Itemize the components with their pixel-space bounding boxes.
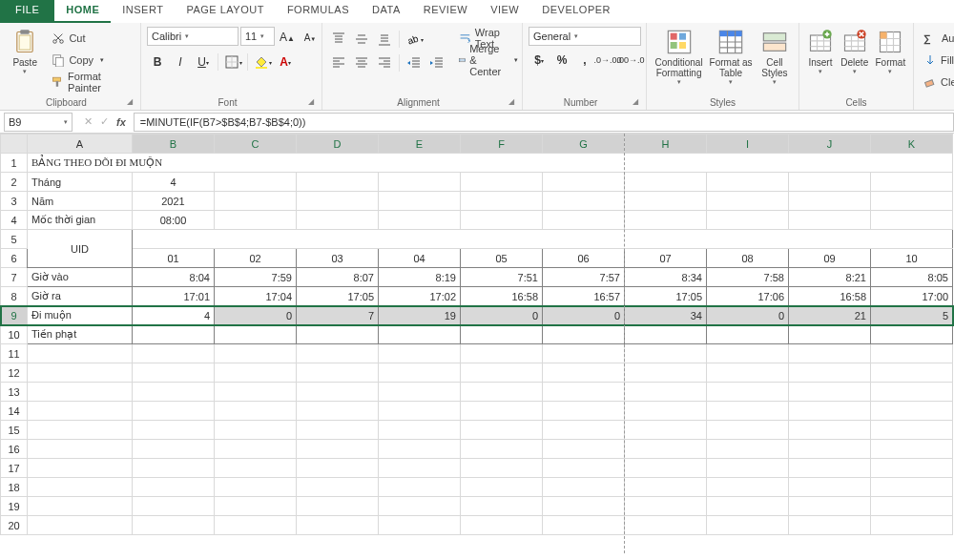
cell[interactable] (215, 497, 297, 516)
cell[interactable] (789, 173, 871, 192)
cell[interactable] (789, 325, 871, 344)
cell[interactable] (789, 402, 871, 421)
font-name-combo[interactable]: Calibri▾ (147, 27, 238, 46)
col-header[interactable]: B (133, 135, 215, 154)
align-right-button[interactable] (374, 52, 395, 73)
italic-button[interactable]: I (170, 52, 191, 73)
cell[interactable] (297, 440, 379, 459)
col-header[interactable]: F (461, 135, 543, 154)
cell[interactable] (297, 173, 379, 192)
cell[interactable] (461, 325, 543, 344)
cell[interactable] (379, 459, 461, 478)
cell[interactable] (707, 192, 789, 211)
cell[interactable]: 04 (379, 249, 461, 268)
cell[interactable] (28, 497, 133, 516)
cell[interactable] (625, 497, 707, 516)
cell[interactable] (215, 344, 297, 363)
cell[interactable] (297, 325, 379, 344)
align-left-button[interactable] (328, 52, 349, 73)
cell[interactable] (707, 478, 789, 497)
format-painter-button[interactable]: Format Painter (48, 73, 135, 92)
cell[interactable] (215, 440, 297, 459)
cell[interactable] (28, 459, 133, 478)
cell-styles-button[interactable]: Cell Styles▾ (757, 27, 793, 86)
insert-cells-button[interactable]: Insert▾ (805, 27, 836, 75)
cell[interactable] (215, 173, 297, 192)
tab-insert[interactable]: INSERT (111, 0, 175, 23)
cell[interactable] (625, 459, 707, 478)
cell[interactable] (379, 344, 461, 363)
row-header[interactable]: 9 (1, 306, 28, 325)
cell[interactable] (297, 516, 379, 535)
cell[interactable]: 08 (707, 249, 789, 268)
cell[interactable] (297, 421, 379, 440)
cell[interactable] (379, 211, 461, 230)
cell[interactable] (461, 192, 543, 211)
cell[interactable] (461, 383, 543, 402)
cell[interactable]: 8:04 (133, 268, 215, 287)
cell[interactable] (707, 516, 789, 535)
cell[interactable] (215, 516, 297, 535)
row-header[interactable]: 17 (1, 459, 28, 478)
cell[interactable] (379, 363, 461, 383)
cell[interactable] (297, 459, 379, 478)
cell[interactable]: 8:07 (297, 268, 379, 287)
cell[interactable] (789, 497, 871, 516)
cell[interactable] (789, 459, 871, 478)
formula-input[interactable]: =MINUTE(IF(B7>$B$4;B7-$B$4;0)) (134, 113, 954, 132)
cell[interactable] (789, 192, 871, 211)
cell[interactable] (461, 344, 543, 363)
cell[interactable]: Giờ ra (28, 287, 133, 306)
fx-icon[interactable]: fx (116, 116, 126, 128)
tab-pagelayout[interactable]: PAGE LAYOUT (175, 0, 276, 23)
cell[interactable] (379, 402, 461, 421)
cell[interactable]: 8:19 (379, 268, 461, 287)
increase-indent-button[interactable] (426, 52, 447, 73)
fill-button[interactable]: Fill (920, 51, 954, 70)
cell[interactable] (871, 459, 953, 478)
cell[interactable]: Đi muộn (28, 306, 133, 325)
cell[interactable] (543, 440, 625, 459)
cell[interactable] (707, 344, 789, 363)
cell[interactable]: Mốc thời gian (28, 211, 133, 230)
cell[interactable]: 10 (871, 249, 953, 268)
cancel-formula-icon[interactable]: ✕ (84, 115, 93, 128)
percent-button[interactable]: % (551, 50, 572, 71)
cell[interactable] (871, 421, 953, 440)
col-header[interactable]: E (379, 135, 461, 154)
cell[interactable] (28, 402, 133, 421)
cell[interactable] (871, 478, 953, 497)
cell[interactable]: 09 (789, 249, 871, 268)
cell[interactable]: 17:05 (297, 287, 379, 306)
cell[interactable]: Tháng (28, 173, 133, 192)
cell[interactable] (133, 421, 215, 440)
cell[interactable] (215, 325, 297, 344)
cell[interactable] (379, 325, 461, 344)
cell[interactable] (133, 516, 215, 535)
cell[interactable] (215, 478, 297, 497)
cell[interactable] (461, 478, 543, 497)
cell[interactable] (28, 478, 133, 497)
dialog-launcher-icon[interactable]: ◢ (308, 97, 314, 106)
cell[interactable]: 5 (871, 306, 953, 325)
cell[interactable]: 7:51 (461, 268, 543, 287)
borders-button[interactable]: ▾ (222, 52, 243, 73)
cell[interactable] (133, 383, 215, 402)
cell[interactable] (379, 192, 461, 211)
tab-review[interactable]: REVIEW (412, 0, 479, 23)
row-header[interactable]: 1 (1, 154, 28, 173)
cell[interactable] (543, 459, 625, 478)
cell[interactable] (871, 192, 953, 211)
cell[interactable]: 0 (461, 306, 543, 325)
cell[interactable]: 16:57 (543, 287, 625, 306)
tab-developer[interactable]: DEVELOPER (530, 0, 622, 23)
col-header[interactable]: I (707, 135, 789, 154)
cell[interactable]: 0 (707, 306, 789, 325)
cell[interactable] (461, 516, 543, 535)
cell[interactable] (871, 402, 953, 421)
cell[interactable]: 07 (625, 249, 707, 268)
cell[interactable]: Tiền phạt (28, 325, 133, 344)
tab-view[interactable]: VIEW (479, 0, 530, 23)
orientation-button[interactable]: ab▾ (404, 29, 425, 50)
row-header[interactable]: 2 (1, 173, 28, 192)
